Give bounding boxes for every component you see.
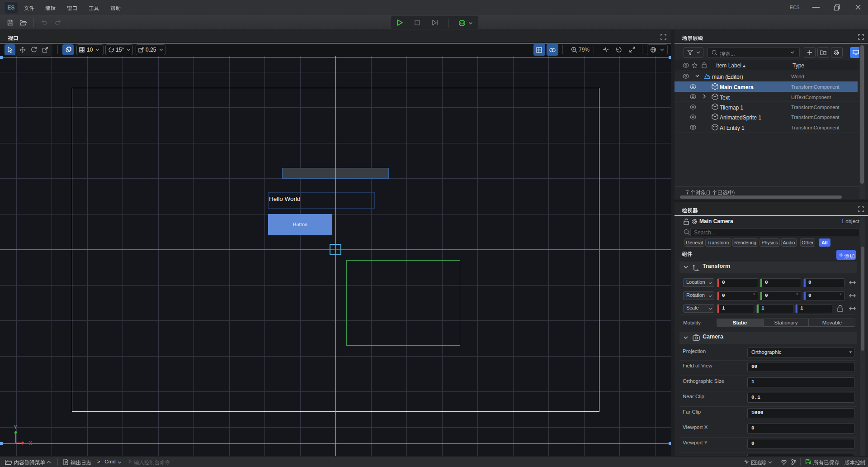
svg-text:X: X [28, 440, 32, 447]
svg-text:Y: Y [14, 424, 17, 430]
